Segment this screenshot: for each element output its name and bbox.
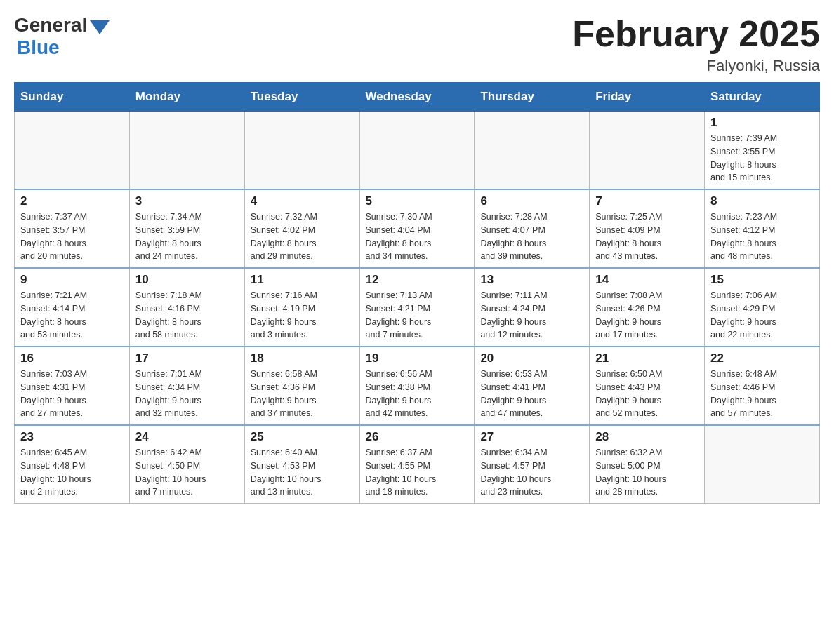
table-row: 9Sunrise: 7:21 AM Sunset: 4:14 PM Daylig…	[15, 268, 130, 347]
table-row: 13Sunrise: 7:11 AM Sunset: 4:24 PM Dayli…	[475, 268, 590, 347]
day-number: 28	[595, 430, 699, 444]
day-info: Sunrise: 7:01 AM Sunset: 4:34 PM Dayligh…	[135, 368, 239, 420]
table-row	[475, 112, 590, 190]
day-info: Sunrise: 7:16 AM Sunset: 4:19 PM Dayligh…	[251, 289, 354, 342]
table-row: 23Sunrise: 6:45 AM Sunset: 4:48 PM Dayli…	[15, 425, 130, 504]
day-info: Sunrise: 6:56 AM Sunset: 4:38 PM Dayligh…	[366, 368, 469, 420]
table-row: 6Sunrise: 7:28 AM Sunset: 4:07 PM Daylig…	[475, 189, 590, 268]
day-number: 5	[366, 194, 469, 208]
day-number: 27	[480, 430, 583, 444]
logo-general-text: General	[14, 14, 87, 36]
day-number: 16	[20, 351, 124, 365]
day-info: Sunrise: 6:53 AM Sunset: 4:41 PM Dayligh…	[480, 368, 583, 420]
table-row: 10Sunrise: 7:18 AM Sunset: 4:16 PM Dayli…	[129, 268, 244, 347]
day-info: Sunrise: 6:40 AM Sunset: 4:53 PM Dayligh…	[251, 446, 354, 499]
day-info: Sunrise: 6:37 AM Sunset: 4:55 PM Dayligh…	[366, 446, 469, 499]
day-number: 22	[710, 351, 814, 365]
day-info: Sunrise: 6:32 AM Sunset: 5:00 PM Dayligh…	[595, 446, 699, 499]
day-info: Sunrise: 7:13 AM Sunset: 4:21 PM Dayligh…	[366, 289, 469, 342]
day-info: Sunrise: 7:21 AM Sunset: 4:14 PM Dayligh…	[20, 289, 124, 342]
calendar-week-row: 9Sunrise: 7:21 AM Sunset: 4:14 PM Daylig…	[15, 268, 820, 347]
table-row: 18Sunrise: 6:58 AM Sunset: 4:36 PM Dayli…	[244, 347, 359, 425]
table-row: 28Sunrise: 6:32 AM Sunset: 5:00 PM Dayli…	[590, 425, 705, 504]
day-number: 15	[710, 273, 814, 287]
day-info: Sunrise: 7:28 AM Sunset: 4:07 PM Dayligh…	[480, 210, 583, 263]
page-subtitle: Falyonki, Russia	[572, 57, 820, 75]
col-monday: Monday	[129, 83, 244, 112]
table-row	[705, 425, 820, 504]
table-row: 11Sunrise: 7:16 AM Sunset: 4:19 PM Dayli…	[244, 268, 359, 347]
table-row: 2Sunrise: 7:37 AM Sunset: 3:57 PM Daylig…	[15, 189, 130, 268]
table-row: 4Sunrise: 7:32 AM Sunset: 4:02 PM Daylig…	[244, 189, 359, 268]
logo-arrow-icon	[90, 20, 110, 34]
day-info: Sunrise: 7:32 AM Sunset: 4:02 PM Dayligh…	[251, 210, 354, 263]
day-number: 11	[251, 273, 354, 287]
day-info: Sunrise: 7:25 AM Sunset: 4:09 PM Dayligh…	[595, 210, 699, 263]
logo: General Blue	[14, 14, 110, 59]
day-info: Sunrise: 6:48 AM Sunset: 4:46 PM Dayligh…	[710, 368, 814, 420]
day-info: Sunrise: 6:45 AM Sunset: 4:48 PM Dayligh…	[20, 446, 124, 499]
table-row: 3Sunrise: 7:34 AM Sunset: 3:59 PM Daylig…	[129, 189, 244, 268]
table-row: 1Sunrise: 7:39 AM Sunset: 3:55 PM Daylig…	[705, 112, 820, 190]
logo-blue-text: Blue	[17, 36, 60, 59]
table-row: 26Sunrise: 6:37 AM Sunset: 4:55 PM Dayli…	[359, 425, 475, 504]
day-number: 7	[595, 194, 699, 208]
day-number: 4	[251, 194, 354, 208]
day-info: Sunrise: 7:37 AM Sunset: 3:57 PM Dayligh…	[20, 210, 124, 263]
calendar-header-row: Sunday Monday Tuesday Wednesday Thursday…	[15, 83, 820, 112]
day-number: 10	[135, 273, 239, 287]
day-info: Sunrise: 7:30 AM Sunset: 4:04 PM Dayligh…	[366, 210, 469, 263]
day-info: Sunrise: 6:50 AM Sunset: 4:43 PM Dayligh…	[595, 368, 699, 420]
page-header: General Blue February 2025 Falyonki, Rus…	[14, 14, 820, 75]
day-number: 24	[135, 430, 239, 444]
day-info: Sunrise: 7:34 AM Sunset: 3:59 PM Dayligh…	[135, 210, 239, 263]
title-block: February 2025 Falyonki, Russia	[572, 14, 820, 75]
day-number: 19	[366, 351, 469, 365]
day-number: 6	[480, 194, 583, 208]
day-info: Sunrise: 7:18 AM Sunset: 4:16 PM Dayligh…	[135, 289, 239, 342]
table-row	[359, 112, 475, 190]
table-row: 25Sunrise: 6:40 AM Sunset: 4:53 PM Dayli…	[244, 425, 359, 504]
table-row: 14Sunrise: 7:08 AM Sunset: 4:26 PM Dayli…	[590, 268, 705, 347]
day-number: 23	[20, 430, 124, 444]
calendar-table: Sunday Monday Tuesday Wednesday Thursday…	[14, 82, 820, 504]
day-info: Sunrise: 7:06 AM Sunset: 4:29 PM Dayligh…	[710, 289, 814, 342]
day-number: 12	[366, 273, 469, 287]
table-row	[15, 112, 130, 190]
table-row: 17Sunrise: 7:01 AM Sunset: 4:34 PM Dayli…	[129, 347, 244, 425]
day-number: 1	[710, 116, 814, 130]
table-row: 27Sunrise: 6:34 AM Sunset: 4:57 PM Dayli…	[475, 425, 590, 504]
table-row: 7Sunrise: 7:25 AM Sunset: 4:09 PM Daylig…	[590, 189, 705, 268]
table-row	[129, 112, 244, 190]
col-saturday: Saturday	[705, 83, 820, 112]
day-number: 2	[20, 194, 124, 208]
calendar-week-row: 16Sunrise: 7:03 AM Sunset: 4:31 PM Dayli…	[15, 347, 820, 425]
col-tuesday: Tuesday	[244, 83, 359, 112]
day-number: 13	[480, 273, 583, 287]
calendar-week-row: 2Sunrise: 7:37 AM Sunset: 3:57 PM Daylig…	[15, 189, 820, 268]
day-info: Sunrise: 7:03 AM Sunset: 4:31 PM Dayligh…	[20, 368, 124, 420]
calendar-week-row: 1Sunrise: 7:39 AM Sunset: 3:55 PM Daylig…	[15, 112, 820, 190]
table-row	[590, 112, 705, 190]
col-sunday: Sunday	[15, 83, 130, 112]
col-thursday: Thursday	[475, 83, 590, 112]
day-number: 18	[251, 351, 354, 365]
table-row: 5Sunrise: 7:30 AM Sunset: 4:04 PM Daylig…	[359, 189, 475, 268]
table-row	[244, 112, 359, 190]
day-info: Sunrise: 6:58 AM Sunset: 4:36 PM Dayligh…	[251, 368, 354, 420]
table-row: 21Sunrise: 6:50 AM Sunset: 4:43 PM Dayli…	[590, 347, 705, 425]
table-row: 22Sunrise: 6:48 AM Sunset: 4:46 PM Dayli…	[705, 347, 820, 425]
day-info: Sunrise: 7:11 AM Sunset: 4:24 PM Dayligh…	[480, 289, 583, 342]
day-info: Sunrise: 7:23 AM Sunset: 4:12 PM Dayligh…	[710, 210, 814, 263]
day-number: 20	[480, 351, 583, 365]
day-info: Sunrise: 7:08 AM Sunset: 4:26 PM Dayligh…	[595, 289, 699, 342]
col-friday: Friday	[590, 83, 705, 112]
day-info: Sunrise: 6:34 AM Sunset: 4:57 PM Dayligh…	[480, 446, 583, 499]
table-row: 24Sunrise: 6:42 AM Sunset: 4:50 PM Dayli…	[129, 425, 244, 504]
day-info: Sunrise: 7:39 AM Sunset: 3:55 PM Dayligh…	[710, 132, 814, 185]
day-info: Sunrise: 6:42 AM Sunset: 4:50 PM Dayligh…	[135, 446, 239, 499]
page-title: February 2025	[572, 14, 820, 54]
day-number: 9	[20, 273, 124, 287]
day-number: 3	[135, 194, 239, 208]
table-row: 8Sunrise: 7:23 AM Sunset: 4:12 PM Daylig…	[705, 189, 820, 268]
